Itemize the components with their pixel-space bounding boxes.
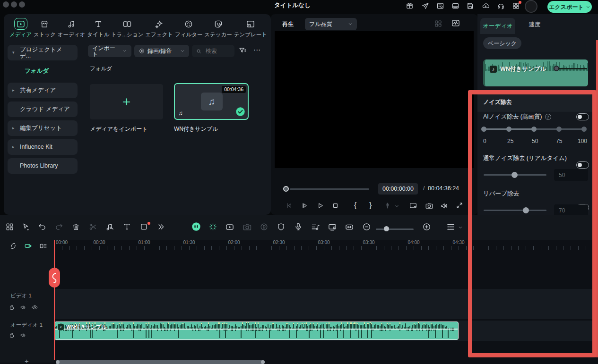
- seek-knob[interactable]: [283, 186, 289, 192]
- cloud-upload-icon[interactable]: [482, 2, 490, 10]
- scrollbar-left-handle[interactable]: [56, 360, 60, 364]
- record-dropdown[interactable]: 録画/録音: [134, 45, 189, 57]
- ai-magic-icon[interactable]: [208, 222, 217, 231]
- camera-clip-icon[interactable]: [243, 222, 252, 232]
- tab-filters[interactable]: フィルター: [175, 18, 203, 38]
- headset-support-icon[interactable]: [497, 2, 505, 10]
- audio-clip-card[interactable]: ♪ WN付きサンプル: [483, 59, 588, 86]
- import-dropdown[interactable]: インポート: [88, 45, 131, 57]
- gift-icon[interactable]: [406, 2, 414, 10]
- sidebar-item-project-media[interactable]: ▾ プロジェクトメデ...: [8, 45, 78, 60]
- sidebar-item-folder[interactable]: フォルダ: [25, 68, 49, 74]
- tab-transitions[interactable]: トラ...ション: [111, 18, 143, 38]
- mark-in-icon[interactable]: {: [354, 202, 356, 209]
- ai-denoise-toggle[interactable]: [576, 113, 589, 120]
- sidebar-item-photos-library[interactable]: Photos Library: [8, 158, 78, 174]
- seek-track[interactable]: [290, 188, 369, 190]
- tab-speed[interactable]: 速度: [523, 22, 546, 28]
- zoom-out-icon[interactable]: [362, 222, 371, 231]
- volume-envelope-line[interactable]: [55, 329, 458, 330]
- sidebar-item-cloud-media[interactable]: クラウド メディア: [8, 102, 78, 117]
- playhead-marker-badge[interactable]: [49, 268, 60, 288]
- bottom-panel-icon[interactable]: [451, 2, 459, 10]
- import-media-card[interactable]: +: [90, 84, 163, 119]
- ai-slider-dot-25[interactable]: [506, 127, 511, 132]
- split-scissors-icon[interactable]: [88, 222, 97, 231]
- window-minimize-button[interactable]: [11, 1, 17, 8]
- eye-visibility-icon[interactable]: [31, 304, 38, 311]
- previous-frame-icon[interactable]: [285, 202, 293, 210]
- tab-stock[interactable]: ストック: [34, 18, 56, 38]
- scrollbar-right-handle[interactable]: [261, 360, 265, 364]
- more-menu-icon[interactable]: ⋯: [253, 46, 261, 53]
- mute-speaker-icon[interactable]: [20, 304, 26, 311]
- ai-copilot-icon[interactable]: [191, 221, 201, 232]
- display-mode-icon[interactable]: [409, 202, 417, 210]
- track-manager-caret-icon[interactable]: [458, 225, 463, 230]
- clip-volume-track[interactable]: [559, 68, 587, 69]
- stop-icon[interactable]: [331, 202, 339, 210]
- marker-chevron-icon[interactable]: [394, 203, 399, 209]
- tab-audio-properties[interactable]: オーディオ: [480, 18, 515, 34]
- marker-icon[interactable]: [383, 202, 391, 210]
- avatar[interactable]: [525, 0, 537, 13]
- project-settings-icon[interactable]: [436, 2, 444, 10]
- redo-icon[interactable]: [54, 222, 63, 231]
- zoom-in-icon[interactable]: [422, 222, 431, 231]
- render-preview-icon[interactable]: [260, 222, 269, 231]
- more-tools-icon[interactable]: [156, 222, 165, 231]
- screen-record-icon[interactable]: [328, 222, 337, 232]
- tab-effects[interactable]: エフェクト: [145, 18, 173, 38]
- speaker-icon[interactable]: [440, 202, 449, 210]
- lock-icon[interactable]: [9, 332, 15, 339]
- dereverb-slider[interactable]: [484, 210, 546, 211]
- clip-preview-icon[interactable]: [225, 222, 234, 232]
- tab-audio[interactable]: オーディオ: [58, 18, 86, 38]
- multiview-grid-icon[interactable]: [434, 19, 442, 28]
- help-icon[interactable]: ?: [545, 114, 551, 120]
- window-close-button[interactable]: [3, 1, 9, 8]
- tab-media[interactable]: メディア: [9, 18, 32, 38]
- play-icon[interactable]: [316, 202, 324, 210]
- video-track-lane[interactable]: [0, 289, 598, 319]
- send-feedback-icon[interactable]: [421, 2, 429, 10]
- horizontal-scrollbar[interactable]: [56, 360, 265, 364]
- save-icon[interactable]: [466, 2, 474, 10]
- export-button[interactable]: エクスポート: [547, 1, 592, 13]
- basic-chip[interactable]: ベーシック: [483, 37, 521, 49]
- window-zoom-button[interactable]: [19, 1, 25, 8]
- snapshot-camera-icon[interactable]: [425, 202, 433, 210]
- voiceover-mic-icon[interactable]: [294, 222, 303, 231]
- shield-icon[interactable]: [277, 222, 286, 231]
- scopes-icon[interactable]: [451, 18, 460, 28]
- text-tool-icon[interactable]: [122, 222, 131, 231]
- clip-volume-knob[interactable]: [554, 66, 559, 71]
- mark-out-icon[interactable]: }: [369, 202, 372, 209]
- media-item-card[interactable]: 00:04:36 ♫ ♫: [174, 83, 249, 120]
- sidebar-item-shared-media[interactable]: ▸ 共有メディア: [8, 83, 78, 98]
- lock-icon[interactable]: [9, 304, 15, 311]
- delete-icon[interactable]: [71, 222, 80, 231]
- fit-timeline-icon[interactable]: [345, 222, 354, 232]
- undo-icon[interactable]: [38, 222, 47, 231]
- add-track-plus-icon[interactable]: +: [25, 357, 29, 364]
- ai-slider-dot-100[interactable]: [581, 127, 587, 132]
- normal-denoise-slider[interactable]: [484, 174, 546, 176]
- video-viewport[interactable]: [275, 31, 474, 168]
- sidebar-item-influence-kit[interactable]: ▸ Influence Kit: [8, 139, 78, 155]
- select-cursor-icon[interactable]: [21, 222, 30, 231]
- playhead-line[interactable]: [54, 240, 55, 360]
- tab-stickers[interactable]: ステッカー: [204, 18, 232, 38]
- filter-icon[interactable]: [238, 46, 247, 55]
- normal-denoise-value[interactable]: 50: [554, 169, 588, 181]
- tab-titles[interactable]: タイトル: [87, 18, 109, 38]
- quality-dropdown[interactable]: フル品質: [305, 18, 357, 30]
- sidebar-item-edit-presets[interactable]: ▸ 編集プリセット: [8, 120, 78, 136]
- beat-edit-icon[interactable]: [105, 222, 114, 232]
- mute-speaker-icon[interactable]: [20, 332, 26, 339]
- ai-slider-dot-75[interactable]: [556, 127, 562, 132]
- search-input[interactable]: [205, 47, 228, 55]
- zoom-slider-track[interactable]: [376, 229, 414, 230]
- ai-slider-dot-0[interactable]: [481, 127, 486, 132]
- timeline-audio-clip[interactable]: ♪ WN付きサンプル: [54, 322, 459, 340]
